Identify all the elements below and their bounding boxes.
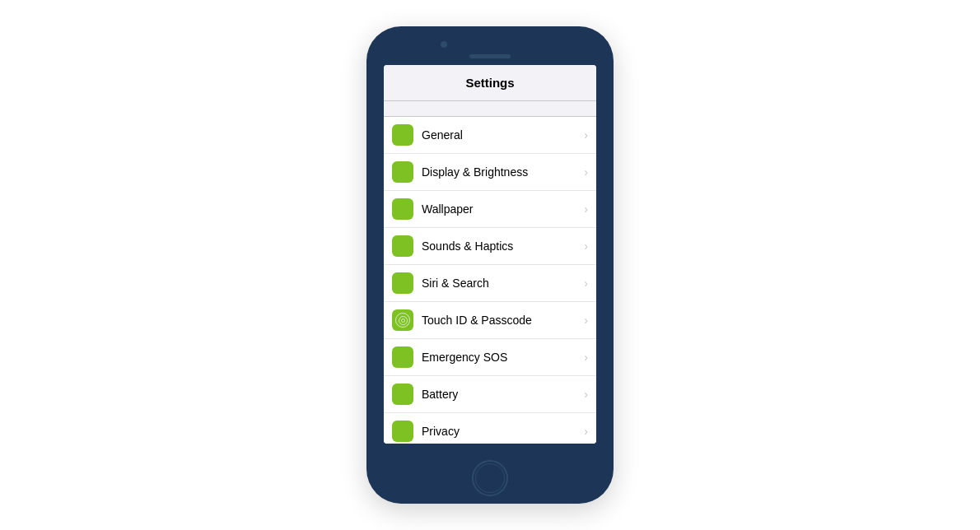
phone-frame: Settings General › Display & Brightness … [366,26,614,504]
settings-item-sos[interactable]: Emergency SOS › [384,339,596,376]
sounds-label: Sounds & Haptics [422,239,581,253]
general-chevron: › [584,128,588,142]
sos-chevron: › [584,351,588,364]
touchid-label: Touch ID & Passcode [422,314,581,327]
home-button[interactable] [472,460,508,496]
home-button-inner [475,463,505,493]
touchid-rings [392,309,413,331]
settings-item-battery[interactable]: Battery › [384,376,596,413]
screen-header: Settings [384,65,596,101]
settings-item-siri[interactable]: Siri & Search › [384,265,596,302]
phone-camera [441,41,447,48]
phone-screen: Settings General › Display & Brightness … [384,65,596,444]
wallpaper-icon [392,198,413,220]
touchid-chevron: › [584,314,588,327]
settings-group-1: General › Display & Brightness › Wallpap… [384,116,596,444]
sos-label: Emergency SOS [422,351,581,364]
sounds-icon [392,235,413,257]
touchid-icon [392,309,413,331]
siri-icon [392,272,413,294]
section-gap-top [384,101,596,116]
settings-item-wallpaper[interactable]: Wallpaper › [384,191,596,228]
wallpaper-chevron: › [584,202,588,216]
siri-chevron: › [584,277,588,290]
battery-label: Battery [422,388,581,401]
wallpaper-label: Wallpaper [422,202,581,216]
display-icon [392,161,413,183]
display-chevron: › [584,165,588,179]
siri-label: Siri & Search [422,277,581,290]
touchid-ring-inner [401,318,405,323]
settings-item-general[interactable]: General › [384,117,596,154]
privacy-chevron: › [584,425,588,438]
phone-bottom [472,444,508,504]
settings-item-display[interactable]: Display & Brightness › [384,154,596,191]
settings-list[interactable]: General › Display & Brightness › Wallpap… [384,101,596,444]
general-label: General [422,128,581,142]
phone-speaker [469,54,511,58]
privacy-icon [392,421,413,442]
display-label: Display & Brightness [422,165,581,179]
settings-item-privacy[interactable]: Privacy › [384,413,596,444]
privacy-label: Privacy [422,425,581,438]
sos-icon [392,346,413,368]
settings-item-touchid[interactable]: Touch ID & Passcode › [384,302,596,339]
settings-item-sounds[interactable]: Sounds & Haptics › [384,228,596,265]
screen-title: Settings [465,76,514,90]
phone-top-bar [366,26,614,65]
general-icon [392,124,413,146]
battery-chevron: › [584,388,588,401]
battery-icon [392,384,413,405]
sounds-chevron: › [584,239,588,253]
